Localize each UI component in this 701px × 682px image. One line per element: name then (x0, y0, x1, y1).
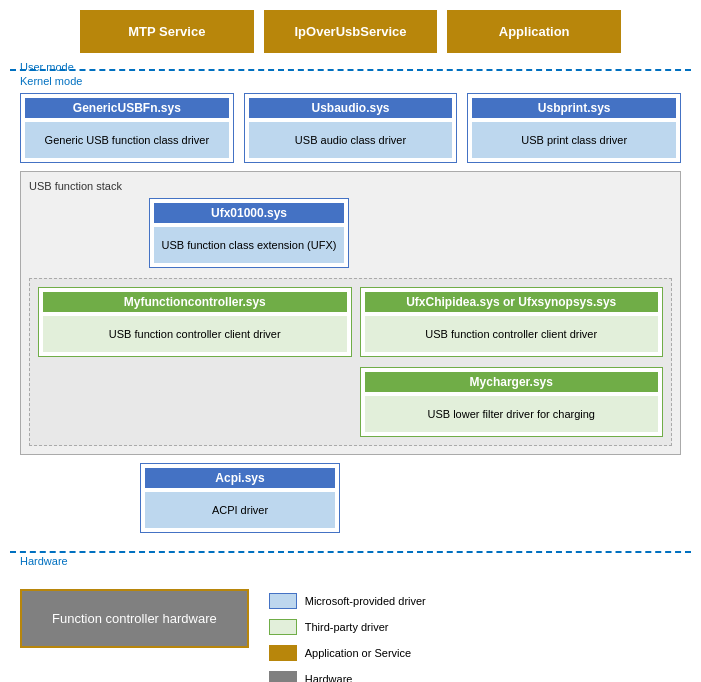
mycharger-desc: USB lower filter driver for charging (365, 396, 659, 432)
genericusbfn-desc: Generic USB function class driver (25, 122, 229, 158)
legend: Microsoft-provided driver Third-party dr… (269, 589, 681, 682)
ufxchipidea-title: UfxChipidea.sys or Ufxsynopsys.sys (365, 292, 659, 312)
ipoverusbservice-box: IpOverUsbService (264, 10, 438, 53)
legend-item-thirdparty: Third-party driver (269, 619, 681, 635)
myfunctioncontroller-desc: USB function controller client driver (43, 316, 347, 352)
legend-label-thirdparty: Third-party driver (305, 621, 389, 633)
hardware-divider-line (10, 551, 691, 553)
user-mode-label: User mode (20, 61, 74, 73)
legend-color-gray (269, 671, 297, 682)
acpi-desc: ACPI driver (145, 492, 335, 528)
legend-color-blue (269, 593, 297, 609)
legend-label-appservice: Application or Service (305, 647, 411, 659)
ufxchipidea-box: UfxChipidea.sys or Ufxsynopsys.sys USB f… (360, 287, 664, 357)
ufx-title: Ufx01000.sys (154, 203, 344, 223)
legend-item-hardware: Hardware (269, 671, 681, 682)
hardware-box-label: Function controller hardware (52, 611, 217, 626)
mycharger-title: Mycharger.sys (365, 372, 659, 392)
mode-labels-container: User mode Kernel mode (10, 61, 691, 91)
stack-label: USB function stack (29, 180, 672, 192)
usbaudio-desc: USB audio class driver (249, 122, 453, 158)
acpi-box: Acpi.sys ACPI driver (140, 463, 340, 533)
legend-label-microsoft: Microsoft-provided driver (305, 595, 426, 607)
legend-label-hardware: Hardware (305, 673, 353, 682)
hardware-mode-label: Hardware (20, 555, 68, 567)
usbaudio-box: Usbaudio.sys USB audio class driver (244, 93, 458, 163)
genericusbfn-box: GenericUSBFn.sys Generic USB function cl… (20, 93, 234, 163)
legend-color-gold (269, 645, 297, 661)
usbprint-box: Usbprint.sys USB print class driver (467, 93, 681, 163)
legend-item-microsoft: Microsoft-provided driver (269, 593, 681, 609)
usbprint-title: Usbprint.sys (472, 98, 676, 118)
mtp-service-box: MTP Service (80, 10, 254, 53)
top-row: MTP Service IpOverUsbService Application (10, 10, 691, 53)
kernel-mode-label: Kernel mode (20, 75, 82, 87)
hardware-box: Function controller hardware (20, 589, 249, 648)
mode-divider-line (10, 69, 691, 71)
hardware-divider-container: Hardware (10, 541, 691, 563)
application-label: Application (499, 24, 570, 39)
mtp-service-label: MTP Service (128, 24, 205, 39)
myfunctioncontroller-title: Myfunctioncontroller.sys (43, 292, 347, 312)
ufxchipidea-desc: USB function controller client driver (365, 316, 659, 352)
inner-dashed-area: Myfunctioncontroller.sys USB function co… (29, 278, 672, 446)
application-box: Application (447, 10, 621, 53)
usbaudio-title: Usbaudio.sys (249, 98, 453, 118)
legend-item-appservice: Application or Service (269, 645, 681, 661)
ufx-desc: USB function class extension (UFX) (154, 227, 344, 263)
acpi-section: Acpi.sys ACPI driver (10, 463, 691, 533)
hardware-section: Function controller hardware Microsoft-p… (10, 579, 691, 682)
usb-function-stack: USB function stack Ufx01000.sys USB func… (20, 171, 681, 455)
usbprint-desc: USB print class driver (472, 122, 676, 158)
acpi-title: Acpi.sys (145, 468, 335, 488)
genericusbfn-title: GenericUSBFn.sys (25, 98, 229, 118)
ipoverusbservice-label: IpOverUsbService (295, 24, 407, 39)
ufx-box: Ufx01000.sys USB function class extensio… (149, 198, 349, 268)
mycharger-box: Mycharger.sys USB lower filter driver fo… (360, 367, 664, 437)
diagram-container: MTP Service IpOverUsbService Application… (0, 0, 701, 682)
myfunctioncontroller-box: Myfunctioncontroller.sys USB function co… (38, 287, 352, 357)
inner-dashed-row: Myfunctioncontroller.sys USB function co… (38, 287, 663, 437)
kernel-drivers-row: GenericUSBFn.sys Generic USB function cl… (10, 93, 691, 163)
right-column: UfxChipidea.sys or Ufxsynopsys.sys USB f… (360, 287, 664, 437)
legend-color-green (269, 619, 297, 635)
